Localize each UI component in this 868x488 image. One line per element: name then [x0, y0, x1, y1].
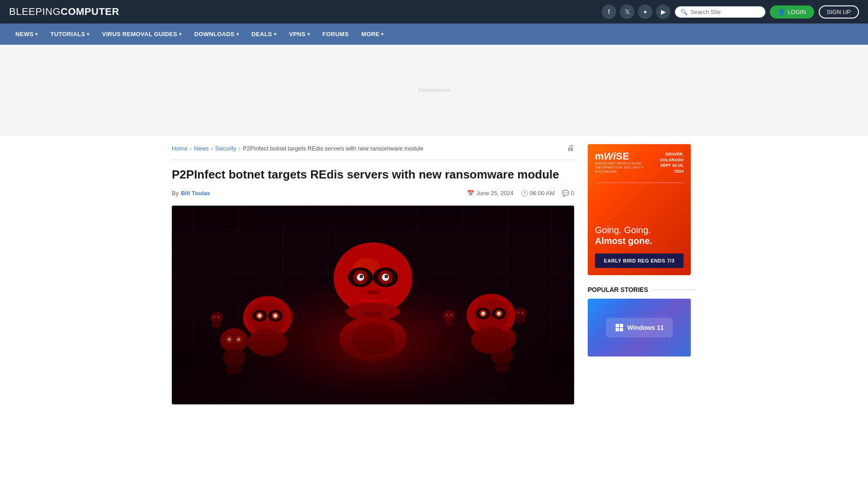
ad-subtitle: MANDIANT WORLDWIDE INFORMATION SECURITY … [595, 161, 660, 174]
hero-image [172, 206, 574, 404]
nav-tutorials[interactable]: TUTORIALS▾ [44, 23, 96, 45]
user-icon: 👤 [778, 9, 785, 15]
article-meta: By Bill Toulas 📅 June 25, 2024 🕐 06:00 A… [172, 190, 574, 197]
breadcrumb-home[interactable]: Home [172, 145, 188, 152]
logo-bold: COMPUTER [61, 6, 119, 17]
top-ad-banner: Advertisement [0, 45, 868, 135]
ad-cta-button[interactable]: EARLY BIRD REG ENDS 7/3 [595, 253, 684, 268]
robot-scene-svg [172, 206, 574, 404]
social-icons: f 𝕏 ● ▶ [602, 5, 670, 19]
search-icon: 🔍 [680, 9, 688, 15]
ad-logo: mWiSE [595, 151, 660, 161]
nav-virus-removal[interactable]: VIRUS REMOVAL GUIDES▾ [96, 23, 188, 45]
article-date: 📅 June 25, 2024 [467, 190, 513, 197]
ad-divider [595, 183, 684, 183]
breadcrumb-news[interactable]: News [194, 145, 209, 152]
chevron-down-icon: ▾ [236, 32, 239, 37]
author-link[interactable]: Bill Toulas [181, 190, 210, 197]
svg-rect-100 [619, 324, 623, 328]
search-bar: 🔍 [675, 6, 765, 18]
article-title: P2PInfect botnet targets REdis servers w… [172, 167, 574, 183]
article-time: 🕐 06:00 AM [521, 190, 555, 197]
chevron-down-icon: ▾ [274, 32, 276, 37]
ad-tagline: Going. Going. Almost gone. [595, 225, 684, 246]
header-right: f 𝕏 ● ▶ 🔍 👤 LOGIN SIGN UP [602, 5, 859, 19]
facebook-icon[interactable]: f [602, 5, 616, 19]
popular-stories-section: POPULAR STORIES Windows 11 [588, 286, 696, 357]
chevron-down-icon: ▾ [87, 32, 89, 37]
article-section: Home › News › Security › P2PInfect botne… [172, 144, 574, 404]
login-button[interactable]: 👤 LOGIN [770, 5, 814, 19]
main-nav: NEWS▾ TUTORIALS▾ VIRUS REMOVAL GUIDES▾ D… [0, 23, 868, 45]
svg-rect-101 [615, 328, 619, 332]
popular-stories-heading: POPULAR STORIES [588, 286, 696, 293]
breadcrumb-sep-1: › [190, 145, 192, 152]
nav-forums[interactable]: FORUMS [316, 23, 355, 45]
signup-button[interactable]: SIGN UP [819, 5, 859, 19]
chevron-down-icon: ▾ [35, 32, 38, 37]
login-label: LOGIN [788, 9, 806, 15]
breadcrumb: Home › News › Security › P2PInfect botne… [172, 144, 574, 160]
breadcrumb-sep-2: › [211, 145, 213, 152]
breadcrumb-sep-3: › [239, 145, 241, 152]
nav-vpns[interactable]: VPNS▾ [283, 23, 316, 45]
site-header: BLEEPINGCOMPUTER f 𝕏 ● ▶ 🔍 👤 LOGIN SIGN … [0, 0, 868, 23]
signup-label: SIGN UP [827, 9, 851, 15]
youtube-icon[interactable]: ▶ [656, 5, 670, 19]
nav-more[interactable]: MORE▾ [355, 23, 390, 45]
svg-rect-102 [619, 328, 623, 332]
by-label: By [172, 190, 179, 197]
calendar-icon: 📅 [467, 190, 474, 197]
nav-news[interactable]: NEWS▾ [9, 23, 44, 45]
nav-downloads[interactable]: DOWNLOADS▾ [188, 23, 245, 45]
nav-deals[interactable]: DEALS▾ [245, 23, 283, 45]
print-icon[interactable]: 🖨 [567, 144, 574, 152]
mastodon-icon[interactable]: ● [638, 5, 652, 19]
comment-icon: 💬 [562, 190, 569, 197]
popular-story-thumbnail[interactable]: Windows 11 [588, 299, 691, 357]
breadcrumb-security[interactable]: Security [215, 145, 236, 152]
chevron-down-icon: ▾ [381, 32, 383, 37]
svg-rect-99 [615, 324, 619, 328]
chevron-down-icon: ▾ [307, 32, 310, 37]
clock-icon: 🕐 [521, 190, 528, 197]
sidebar: mWiSE MANDIANT WORLDWIDE INFORMATION SEC… [588, 144, 696, 404]
breadcrumb-current: P2PInfect botnet targets REdis servers w… [243, 145, 424, 152]
svg-rect-98 [172, 206, 574, 403]
chevron-down-icon: ▾ [179, 32, 181, 37]
windows11-label: Windows 11 [606, 318, 673, 338]
search-input[interactable] [690, 9, 760, 15]
twitter-icon[interactable]: 𝕏 [620, 5, 634, 19]
windows-icon [615, 323, 624, 332]
ad-location: DENVER, COLORADO SEPT 18-19, 2024 [660, 151, 684, 174]
site-logo[interactable]: BLEEPINGCOMPUTER [9, 6, 119, 18]
article-comments[interactable]: 💬 0 [562, 190, 574, 197]
ad-card-mwise[interactable]: mWiSE MANDIANT WORLDWIDE INFORMATION SEC… [588, 144, 691, 275]
main-container: Home › News › Security › P2PInfect botne… [163, 135, 705, 413]
logo-thin: BLEEPING [9, 6, 61, 17]
